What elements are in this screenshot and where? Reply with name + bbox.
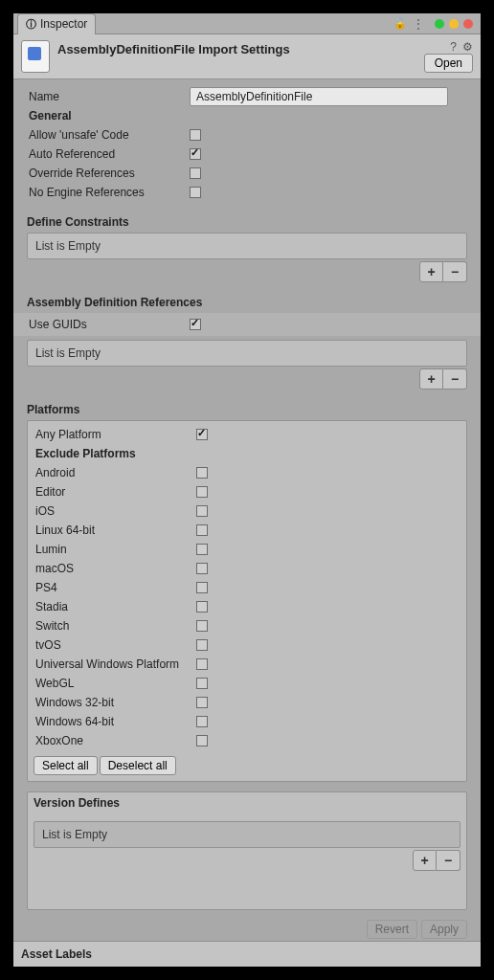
- platform-label: iOS: [34, 504, 196, 518]
- platform-checkbox[interactable]: [196, 697, 208, 708]
- auto-ref-label: Auto Referenced: [27, 147, 190, 161]
- revert-button[interactable]: Revert: [367, 920, 417, 939]
- platform-label: Windows 32-bit: [34, 696, 196, 709]
- deselect-all-button[interactable]: Deselect all: [100, 756, 176, 775]
- platform-checkbox[interactable]: [196, 544, 208, 555]
- define-constraints-list: List is Empty: [27, 233, 467, 259]
- inspector-window: ⓘ Inspector 🔓 ⋮ AssemblyDefinitionFile I…: [13, 13, 481, 967]
- platform-checkbox[interactable]: [196, 735, 208, 746]
- titlebar-right: 🔓 ⋮: [393, 17, 481, 31]
- platform-label: PS4: [34, 581, 196, 594]
- info-icon: ⓘ: [26, 17, 36, 32]
- inspector-tab[interactable]: ⓘ Inspector: [17, 13, 96, 34]
- platform-checkbox[interactable]: [196, 620, 208, 632]
- platform-checkbox[interactable]: [196, 524, 208, 536]
- name-input[interactable]: [190, 87, 448, 106]
- allow-unsafe-label: Allow 'unsafe' Code: [27, 128, 190, 142]
- platform-label: Stadia: [34, 600, 196, 613]
- platform-checkbox[interactable]: [196, 601, 208, 612]
- platform-checkbox[interactable]: [196, 486, 208, 498]
- platform-label: macOS: [34, 562, 196, 575]
- platform-label: Android: [34, 466, 196, 479]
- version-defines-list: List is Empty: [34, 821, 460, 848]
- platform-label: Linux 64-bit: [34, 523, 196, 537]
- gear-icon[interactable]: ⚙: [462, 40, 473, 54]
- version-defines-add-button[interactable]: +: [413, 850, 437, 871]
- open-button[interactable]: Open: [424, 54, 473, 73]
- platform-checkbox[interactable]: [196, 678, 208, 689]
- platform-label: tvOS: [34, 638, 196, 652]
- use-guids-label: Use GUIDs: [27, 318, 190, 331]
- platform-checkbox[interactable]: [196, 639, 208, 651]
- help-icon[interactable]: ?: [450, 40, 457, 54]
- asm-refs-heading: Assembly Definition References: [27, 296, 467, 309]
- no-engine-ref-checkbox[interactable]: [190, 187, 201, 198]
- traffic-yellow-icon[interactable]: [449, 19, 459, 29]
- traffic-red-icon[interactable]: [463, 19, 473, 29]
- use-guids-checkbox[interactable]: [190, 319, 201, 330]
- allow-unsafe-checkbox[interactable]: [190, 129, 201, 141]
- any-platform-checkbox[interactable]: [196, 429, 208, 440]
- platform-label: Editor: [34, 485, 196, 499]
- version-defines-heading: Version Defines: [34, 796, 460, 810]
- titlebar: ⓘ Inspector 🔓 ⋮: [13, 13, 481, 34]
- override-ref-label: Override References: [27, 167, 190, 180]
- platform-checkbox[interactable]: [196, 716, 208, 727]
- asset-labels-heading: Asset Labels: [13, 941, 481, 967]
- traffic-lights: [435, 19, 473, 29]
- asm-refs-add-button[interactable]: +: [419, 368, 443, 390]
- no-engine-ref-label: No Engine References: [27, 186, 190, 199]
- platform-checkbox[interactable]: [196, 658, 208, 670]
- platform-label: Universal Windows Platform: [34, 657, 196, 671]
- auto-ref-checkbox[interactable]: [190, 148, 201, 160]
- platform-checkbox[interactable]: [196, 563, 208, 574]
- version-defines-remove-button[interactable]: −: [437, 850, 460, 871]
- exclude-platforms-heading: Exclude Platforms: [34, 447, 196, 460]
- page-title: AssemblyDefinitionFile Import Settings: [57, 40, 450, 56]
- select-all-button[interactable]: Select all: [34, 756, 98, 775]
- header: AssemblyDefinitionFile Import Settings ?…: [13, 34, 481, 79]
- platforms-heading: Platforms: [27, 403, 467, 416]
- apply-button[interactable]: Apply: [421, 920, 467, 939]
- define-constraints-remove-button[interactable]: −: [443, 261, 467, 282]
- menu-dots-icon[interactable]: ⋮: [413, 17, 423, 31]
- platform-label: Lumin: [34, 543, 196, 556]
- define-constraints-add-button[interactable]: +: [419, 261, 443, 282]
- version-defines-block: Version Defines List is Empty + −: [27, 791, 467, 910]
- define-constraints-heading: Define Constraints: [27, 215, 467, 229]
- platform-checkbox[interactable]: [196, 582, 208, 593]
- platform-label: WebGL: [34, 677, 196, 690]
- asmdef-file-icon: [21, 40, 50, 73]
- platform-label: Windows 64-bit: [34, 715, 196, 728]
- traffic-green-icon[interactable]: [435, 19, 444, 29]
- content-area: Name General Allow 'unsafe' Code Auto Re…: [13, 79, 481, 941]
- asm-refs-list: List is Empty: [27, 340, 467, 367]
- platform-label: Switch: [34, 619, 196, 633]
- override-ref-checkbox[interactable]: [190, 167, 201, 179]
- name-label: Name: [27, 90, 190, 103]
- platform-checkbox[interactable]: [196, 467, 208, 479]
- any-platform-label: Any Platform: [34, 428, 196, 441]
- platforms-block: Any Platform Exclude Platforms AndroidEd…: [27, 420, 467, 782]
- asm-refs-remove-button[interactable]: −: [443, 368, 467, 390]
- tab-label: Inspector: [40, 17, 87, 31]
- lock-icon[interactable]: 🔓: [393, 17, 407, 30]
- general-heading: General: [27, 109, 190, 122]
- platform-label: XboxOne: [34, 734, 196, 747]
- platform-checkbox[interactable]: [196, 505, 208, 517]
